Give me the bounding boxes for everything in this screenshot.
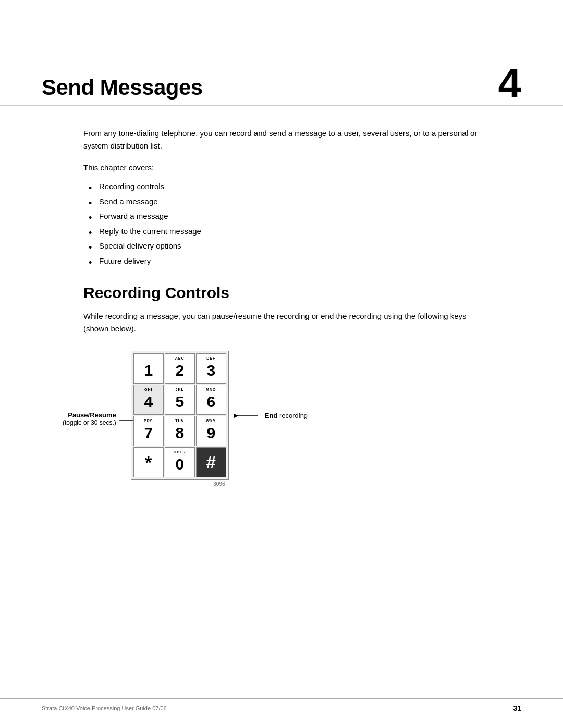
pause-resume-label: Pause/Resume bbox=[68, 411, 116, 419]
content-area: From any tone-dialing telephone, you can… bbox=[0, 106, 563, 528]
chapter-number: 4 bbox=[498, 63, 522, 104]
list-item: Special delivery options bbox=[89, 239, 521, 254]
list-item: Send a message bbox=[89, 194, 521, 209]
footer-left-text: Strata CIX40 Voice Processing User Guide… bbox=[42, 705, 167, 711]
list-item: Future delivery bbox=[89, 254, 521, 269]
section-intro: While recording a message, you can pause… bbox=[83, 310, 480, 335]
key-star: * bbox=[133, 447, 164, 477]
keypad-diagram-row: 1 ABC 2 DEF 3 GHI 4 bbox=[131, 351, 308, 480]
end-recording-label: End recording bbox=[265, 412, 308, 419]
chapter-header: Send Messages 4 bbox=[0, 0, 563, 106]
key-5: JKL 5 bbox=[165, 385, 195, 415]
svg-marker-3 bbox=[234, 414, 238, 418]
key-7: PRS 7 bbox=[133, 416, 164, 446]
list-item: Forward a message bbox=[89, 209, 521, 224]
page-footer: Strata CIX40 Voice Processing User Guide… bbox=[0, 698, 563, 712]
key-8: TUV 8 bbox=[165, 416, 195, 446]
list-item: Reply to the current message bbox=[89, 224, 521, 239]
keypad-wrapper: 1 ABC 2 DEF 3 GHI 4 bbox=[131, 351, 308, 487]
key-0: OPER 0 bbox=[165, 447, 195, 477]
key-4: GHI 4 bbox=[133, 385, 164, 415]
key-3: DEF 3 bbox=[196, 353, 226, 384]
key-2: ABC 2 bbox=[165, 353, 195, 384]
key-9: WXY 9 bbox=[196, 416, 226, 446]
toggle-label: (toggle or 30 secs.) bbox=[63, 419, 116, 426]
page-container: Send Messages 4 From any tone-dialing te… bbox=[0, 0, 563, 728]
footer-page-number: 31 bbox=[513, 704, 521, 712]
end-recording-arrow-icon bbox=[234, 411, 263, 421]
section-title: Recording Controls bbox=[83, 284, 521, 302]
keypad-diagram-area: Pause/Resume (toggle or 30 secs.) bbox=[63, 351, 521, 487]
diagram-id: 3096 bbox=[213, 481, 225, 487]
pause-resume-label-area: Pause/Resume (toggle or 30 secs.) bbox=[63, 411, 120, 426]
key-6: MNO 6 bbox=[196, 385, 226, 415]
intro-paragraph: From any tone-dialing telephone, you can… bbox=[83, 127, 480, 152]
list-item: Recording controls bbox=[89, 179, 521, 194]
key-hash: # bbox=[196, 447, 226, 477]
chapter-title: Send Messages bbox=[42, 75, 203, 100]
end-recording-label-area: End recording bbox=[234, 410, 308, 421]
key-1: 1 bbox=[133, 353, 164, 384]
covers-label: This chapter covers: bbox=[83, 162, 521, 174]
bullet-list: Recording controls Send a message Forwar… bbox=[89, 179, 521, 268]
